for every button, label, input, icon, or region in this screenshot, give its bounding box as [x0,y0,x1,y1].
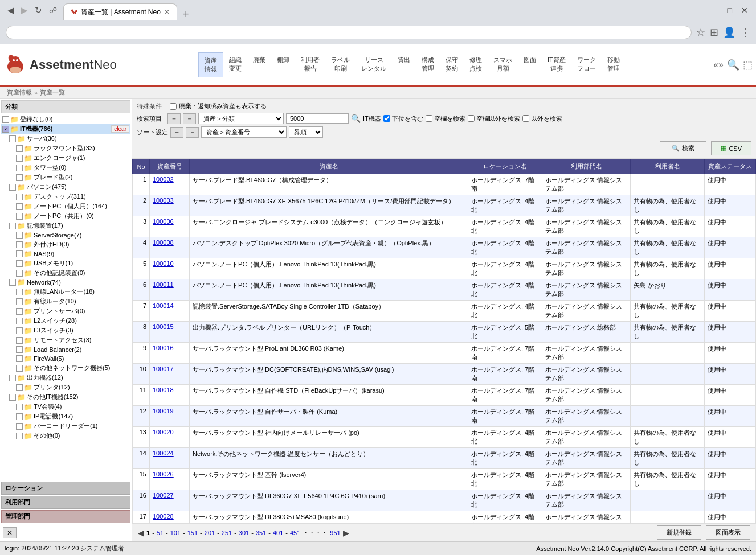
nav-item-workflow[interactable]: ワークフロー [571,52,602,78]
tree-item-nas[interactable]: 📁 NAS(9) [1,249,130,258]
tree-item-server[interactable]: 📁 サーバ(36) [1,134,130,143]
nav-item-repair[interactable]: 修理点検 [464,52,488,78]
tree-item-ip-phone[interactable]: 📁 IP電話機(147) [1,412,130,421]
page-401[interactable]: 401 [273,529,283,536]
tree-item-wired-router[interactable]: 📁 有線ルータ(10) [1,297,130,306]
site-info-button[interactable]: ☍ [46,5,60,16]
table-row[interactable]: 12 100019 サーバ.ラックマウント型.自作サーバ・製作 (Kuma) ホ… [133,406,756,427]
nav-item-lease[interactable]: リースレンタル [355,52,392,78]
tree-item-firewall[interactable]: 📁 FireWall(5) [1,354,130,363]
back-button[interactable]: ◀ [5,4,17,17]
tree-item-tower[interactable]: 📁 タワー型(0) [1,163,130,172]
tree-item-l3sw[interactable]: 📁 L3スイッチ(3) [1,326,130,335]
nav-item-move[interactable]: 移動管理 [602,52,626,78]
page-351[interactable]: 351 [256,529,266,536]
tree-item-barcode[interactable]: 📁 バーコードリーダー(1) [1,421,130,431]
table-row[interactable]: 4 100008 パソコン.デスクトップ.OptiPlex 3020 Micro… [133,237,756,258]
address-bar-input[interactable] [6,26,692,39]
tree-item-notebook-personal[interactable]: 📁 ノートPC（個人用）(164) [1,202,130,211]
tree-item-it-kiki[interactable]: ✓ 📁 IT機器(766) clear [1,124,130,134]
cell-asset-id[interactable]: 100016 [150,343,190,364]
tree-item-rack[interactable]: 📁 ラックマウント型(33) [1,143,130,153]
cell-asset-id[interactable]: 100018 [150,385,190,406]
minimize-button[interactable]: — [707,5,722,16]
tree-item-usb[interactable]: 📁 USBメモリ(1) [1,258,130,268]
nav-left-icon[interactable]: «» [713,60,724,70]
tree-item-server-storage[interactable]: 📁 ServerStorage(7) [1,231,130,240]
tree-item-load-balancer[interactable]: 📁 Load Balancer(2) [1,345,130,354]
table-row[interactable]: 1 100002 サーバ.ブレード型.BL460cG7（構成管理データ） ホール… [133,174,756,195]
cell-asset-id[interactable]: 100008 [150,237,190,258]
other-search-checkbox[interactable] [522,115,529,122]
sidebar-mgmt-section[interactable]: 管理部門 [1,510,130,523]
废棄-checkbox[interactable] [170,103,177,110]
cell-asset-id[interactable]: 100015 [150,322,190,343]
page-101[interactable]: 101 [170,529,181,536]
cell-asset-id[interactable]: 100028 [150,511,190,524]
non-empty-search-checkbox[interactable] [468,115,475,122]
tree-item-external-hd[interactable]: 📁 外付けHD(0) [1,240,130,249]
tree-item-l2sw[interactable]: 📁 L2スイッチ(28) [1,316,130,326]
browser-menu-icon[interactable]: ⋮ [740,26,750,39]
tree-item-output[interactable]: 📁 出力機器(12) [1,373,130,383]
nav-item-dispose[interactable]: 廃棄 [247,52,271,78]
maximize-button[interactable]: □ [724,5,735,16]
table-row[interactable]: 8 100015 出力機器.プリンタ.ラベルプリンター（URLリンク）（P-To… [133,322,756,343]
page-201[interactable]: 201 [205,529,215,536]
include-sub-checkbox[interactable] [383,115,390,122]
search-magnifier-icon[interactable]: 🔍 [351,114,361,123]
new-tab-button[interactable]: + [178,9,194,20]
page-301[interactable]: 301 [239,529,249,536]
table-row[interactable]: 13 100020 サーバ.ラックマウント型.社内向けメールリレーサーバ (po… [133,427,756,448]
reload-button[interactable]: ↻ [32,4,45,17]
table-row[interactable]: 9 100016 サーバ.ラックマウント型.ProLiant DL360 R03… [133,343,756,364]
sidebar-location-section[interactable]: ロケーション [1,482,130,495]
tree-item-storage[interactable]: 📁 記憶装置(17) [1,221,130,231]
cell-asset-id[interactable]: 100027 [150,490,190,511]
tree-item-tv-conf[interactable]: 📁 TV会議(4) [1,402,130,412]
tree-item-blade[interactable]: 📁 ブレード型(2) [1,172,130,182]
table-row[interactable]: 5 100010 パソコン.ノートPC（個人用）.Lenovo ThinkPad… [133,258,756,279]
tree-item-other-storage[interactable]: 📁 その他記憶装置(0) [1,268,130,278]
tree-item-remote-access[interactable]: 📁 リモートアクセス(3) [1,335,130,345]
sidebar-close-icon[interactable]: ✕ [3,527,17,538]
table-row[interactable]: 14 100024 Network.その他ネットワーク機器.温度センサー（おんど… [133,448,756,469]
page-251[interactable]: 251 [222,529,232,536]
csv-button[interactable]: ▦ CSV [711,141,751,155]
logout-icon[interactable]: ⬚ [743,59,753,71]
cell-asset-id[interactable]: 100024 [150,448,190,469]
tree-item-print-server[interactable]: 📁 プリントサーバ(0) [1,306,130,316]
forward-button[interactable]: ▶ [18,4,31,17]
remove-sort-btn[interactable]: － [186,127,199,138]
nav-item-it-link[interactable]: IT資産連携 [542,52,571,78]
tab-close-icon[interactable]: ✕ [164,8,170,16]
tree-item-other-network[interactable]: 📁 その他ネットワーク機器(5) [1,363,130,373]
page-current[interactable]: 1 [146,529,150,536]
sort-direction-select[interactable]: 昇順 降順 [289,126,323,138]
cell-asset-id[interactable]: 100002 [150,174,190,195]
table-row[interactable]: 2 100003 サーバ.ブレード型.BL460cG7 XE X5675 1P6… [133,195,756,216]
cell-asset-id[interactable]: 100010 [150,258,190,279]
cell-asset-id[interactable]: 100017 [150,364,190,385]
cell-asset-id[interactable]: 100020 [150,427,190,448]
tree-item-printer[interactable]: 📁 プリンタ(12) [1,383,130,392]
add-search-btn[interactable]: ＋ [167,113,181,124]
sort-field-select[interactable]: 資産＞資産番号 [201,126,287,138]
page-951[interactable]: 951 [330,529,340,536]
add-sort-btn[interactable]: ＋ [170,127,183,138]
table-row[interactable]: 7 100014 記憶装置.ServerStorage.SATABoy Sing… [133,301,756,322]
new-register-button[interactable]: 新規登録 [657,525,701,540]
tree-item-network[interactable]: 📁 Network(74) [1,278,130,287]
extension-icon[interactable]: ⊞ [710,26,718,39]
breadcrumb-item-1[interactable]: 資産情報 [7,88,32,97]
tree-item-enclosure[interactable]: 📁 エンクロージャ(1) [1,153,130,163]
tree-item-other-misc[interactable]: 📁 その他(0) [1,431,130,441]
table-row[interactable]: 10 100017 サーバ.ラックマウント型.DC(SOFTCREATE),内D… [133,364,756,385]
cell-asset-id[interactable]: 100014 [150,301,190,322]
page-prev-btn[interactable]: ◀ [138,528,144,537]
search-value-input[interactable] [286,113,349,124]
empty-search-checkbox[interactable] [426,115,432,122]
tree-item-pc[interactable]: 📁 パソコン(475) [1,182,130,192]
page-151[interactable]: 151 [187,529,198,536]
table-row[interactable]: 11 100018 サーバ.ラックマウント型.自作機 STD（FileBackU… [133,385,756,406]
